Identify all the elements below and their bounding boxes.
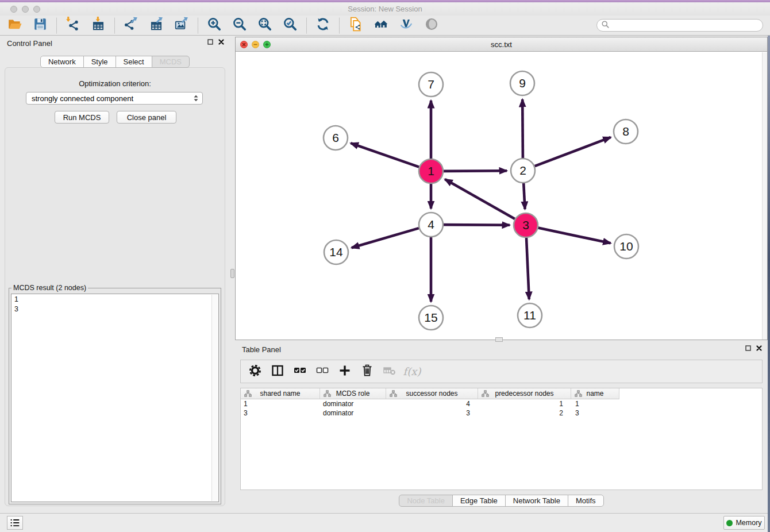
search-box[interactable] xyxy=(596,19,763,32)
edge-2-3[interactable] xyxy=(523,183,525,209)
edge-1-6[interactable] xyxy=(351,143,419,167)
float-panel-icon[interactable] xyxy=(207,39,213,45)
import-network-button[interactable] xyxy=(63,17,83,34)
cell-0-name[interactable]: 1 xyxy=(571,399,619,408)
header-filler xyxy=(619,388,762,399)
edge-3-11[interactable] xyxy=(526,238,529,299)
tab-motifs[interactable]: Motifs xyxy=(568,495,604,507)
export-table-button[interactable] xyxy=(146,17,167,34)
select-all-button[interactable] xyxy=(291,363,309,380)
refresh-network-icon xyxy=(315,17,330,34)
edge-2-9[interactable] xyxy=(522,99,523,158)
node-label-10: 10 xyxy=(619,240,633,253)
table-panel-title: Table Panel xyxy=(242,345,281,354)
table-settings-button[interactable] xyxy=(247,363,264,380)
node-label-1: 1 xyxy=(428,164,434,178)
network-window-titlebar[interactable]: scc.txt xyxy=(236,37,767,52)
horizontal-splitter-grip[interactable] xyxy=(495,337,503,342)
toolbar-separator xyxy=(339,18,340,33)
desktop-edge-right xyxy=(768,36,770,532)
deselect-all-icon xyxy=(315,364,329,380)
column-header-successor-nodes[interactable]: successor nodes xyxy=(386,388,478,399)
result-scrollbar[interactable] xyxy=(211,295,218,501)
cell-0-MCDS-role[interactable]: dominator xyxy=(320,399,386,408)
node-label-6: 6 xyxy=(332,131,339,144)
network-vertical-scrollbar[interactable] xyxy=(762,52,767,340)
close-panel-icon[interactable] xyxy=(218,39,224,45)
node-label-2: 2 xyxy=(519,164,526,177)
tab-mcds[interactable]: MCDS xyxy=(152,56,190,68)
edge-4-3[interactable] xyxy=(444,225,510,225)
edge-1-2[interactable] xyxy=(444,171,507,171)
zoom-out-button[interactable] xyxy=(229,17,250,34)
import-table-button[interactable] xyxy=(88,17,109,34)
show-columns-button[interactable] xyxy=(269,363,286,380)
deselect-all-button[interactable] xyxy=(314,363,331,380)
zoom-selected-button[interactable] xyxy=(280,17,301,34)
refresh-network-button[interactable] xyxy=(313,17,333,34)
save-session-icon xyxy=(33,17,48,34)
function-builder-icon: f(x) xyxy=(403,365,421,377)
table-panel-titlebar: Table Panel xyxy=(235,342,768,357)
table-row[interactable]: 3dominator323 xyxy=(241,408,762,418)
zoom-fit-button[interactable] xyxy=(255,17,275,34)
export-image-button[interactable] xyxy=(171,17,192,34)
column-header-shared-name[interactable]: shared name xyxy=(241,388,320,399)
export-network-button[interactable] xyxy=(121,17,141,34)
node-table: shared nameMCDS rolesuccessor nodesprede… xyxy=(240,388,763,490)
run-mcds-button[interactable]: Run MCDS xyxy=(55,111,109,124)
edge-2-8[interactable] xyxy=(535,137,611,166)
preview-button[interactable] xyxy=(421,17,442,34)
column-header-MCDS-role[interactable]: MCDS role xyxy=(320,388,386,399)
search-input[interactable] xyxy=(610,20,763,30)
cell-1-predecessor-nodes[interactable]: 2 xyxy=(478,408,571,418)
zoom-fit-icon xyxy=(257,17,272,34)
cell-1-MCDS-role[interactable]: dominator xyxy=(320,408,386,418)
task-history-button[interactable] xyxy=(7,516,23,530)
close-panel-icon[interactable] xyxy=(756,345,762,351)
tab-network-table[interactable]: Network Table xyxy=(505,495,568,507)
mcds-result-list[interactable]: 1 3 xyxy=(11,294,219,502)
table-row[interactable]: 1dominator411 xyxy=(241,399,762,408)
cell-0-successor-nodes[interactable]: 4 xyxy=(386,399,478,408)
panel-splitter[interactable] xyxy=(230,36,235,513)
network-canvas[interactable]: 1234678910111415 xyxy=(236,52,767,340)
add-row-button[interactable] xyxy=(336,363,353,380)
optimization-criterion-label: Optimization criterion: xyxy=(5,79,225,88)
status-bar: Memory xyxy=(0,513,770,532)
close-panel-button[interactable]: Close panel xyxy=(117,111,176,124)
tab-node-table[interactable]: Node Table xyxy=(399,495,453,507)
node-label-11: 11 xyxy=(523,309,536,322)
optimization-criterion-select[interactable]: strongly connected component xyxy=(26,92,203,105)
zoom-out-icon xyxy=(232,17,247,34)
tab-network[interactable]: Network xyxy=(40,56,84,68)
add-row-icon xyxy=(338,364,352,380)
hide-panels-button[interactable] xyxy=(396,17,417,34)
cell-1-successor-nodes[interactable]: 3 xyxy=(386,408,478,418)
main-titlebar: Session: New Session xyxy=(0,2,770,16)
cell-1-name[interactable]: 3 xyxy=(571,408,619,418)
float-panel-icon[interactable] xyxy=(745,345,751,351)
memory-button[interactable]: Memory xyxy=(723,516,765,530)
tab-style[interactable]: Style xyxy=(83,56,116,68)
cell-0-predecessor-nodes[interactable]: 1 xyxy=(478,399,571,408)
save-session-button[interactable] xyxy=(30,17,51,34)
clone-network-button[interactable] xyxy=(345,17,366,34)
edge-4-14[interactable] xyxy=(352,228,419,248)
cell-1-shared-name[interactable]: 3 xyxy=(241,408,320,418)
cell-0-shared-name[interactable]: 1 xyxy=(241,399,320,408)
zoom-in-button[interactable] xyxy=(204,17,225,34)
edge-3-1[interactable] xyxy=(445,179,515,219)
tab-select[interactable]: Select xyxy=(116,56,152,68)
edge-3-10[interactable] xyxy=(538,228,611,244)
tab-edge-table[interactable]: Edge Table xyxy=(452,495,506,507)
column-header-name[interactable]: name xyxy=(571,388,619,399)
column-header-predecessor-nodes[interactable]: predecessor nodes xyxy=(478,388,571,399)
control-panel-titlebar: Control Panel xyxy=(0,36,230,51)
node-label-4: 4 xyxy=(428,218,434,231)
table-toolbar: f(x) xyxy=(240,360,763,383)
splitter-grip[interactable] xyxy=(230,269,234,278)
open-session-button[interactable] xyxy=(5,17,25,34)
delete-row-button[interactable] xyxy=(359,363,376,380)
home-button[interactable] xyxy=(371,17,391,34)
